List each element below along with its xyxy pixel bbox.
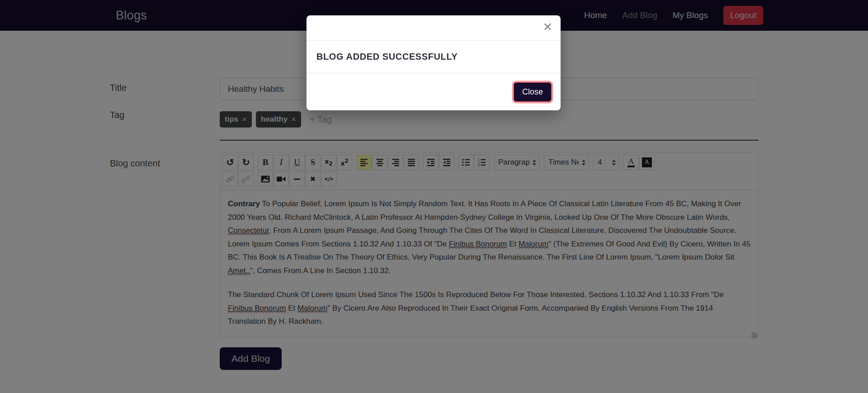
modal-header: ✕ [307,15,561,41]
modal-title: BLOG ADDED SUCCESSFULLY [316,52,458,62]
modal-close-button[interactable]: Close [514,82,552,102]
modal-body: BLOG ADDED SUCCESSFULLY [307,41,561,73]
modal-footer: Close [307,73,561,110]
close-icon[interactable]: ✕ [543,21,552,33]
success-modal: ✕ BLOG ADDED SUCCESSFULLY Close [307,15,561,110]
